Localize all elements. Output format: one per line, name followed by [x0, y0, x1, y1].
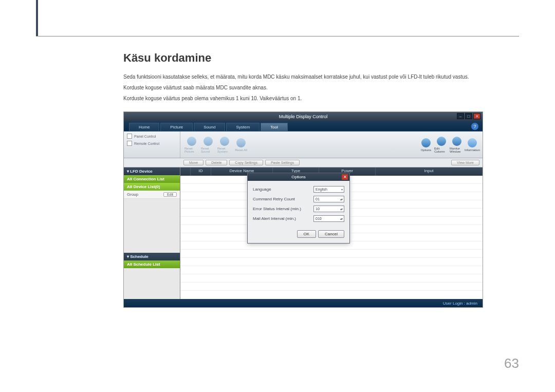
checkbox-icon[interactable] [127, 134, 132, 139]
tab-home[interactable]: Home [129, 123, 159, 131]
right-tools: Options Edit Column Monitor Window Infor… [419, 132, 483, 158]
side-margin-rule [36, 0, 38, 36]
help-icon[interactable]: ? [471, 123, 478, 130]
spinner-icon: ▴▾ [340, 197, 342, 201]
paragraph: Korduste koguse väärtust saab määrata MD… [123, 84, 519, 91]
edit-button[interactable]: Edit [163, 192, 177, 197]
window-buttons: – □ ✕ [457, 113, 480, 119]
options-icon[interactable]: Options [419, 138, 433, 152]
language-select[interactable]: English▾ [313, 186, 344, 193]
tab-system[interactable]: System [226, 123, 260, 131]
app-body: ▾ LFD Device All Connection List All Dev… [124, 167, 483, 299]
monitor-window-icon[interactable]: Monitor Window [450, 137, 464, 153]
view-more-button[interactable]: View More [451, 160, 479, 165]
cancel-button[interactable]: Cancel [318, 230, 344, 238]
schedule-header[interactable]: ▾ Schedule [124, 253, 180, 260]
paragraph: Seda funktsiooni kasutatakse selleks, et… [123, 73, 519, 81]
checkbox-icon[interactable] [127, 141, 132, 146]
dialog-buttons: OK Cancel [248, 228, 349, 243]
main-tabs: Home Picture Sound System Tool ? [124, 121, 483, 132]
paragraph: Korduste koguse väärtus peab olema vahem… [123, 95, 519, 102]
col-input: Input [376, 167, 483, 176]
remote-control-label: Remote Control [134, 142, 159, 145]
mail-interval-spinner[interactable]: 010▴▾ [313, 215, 344, 222]
dialog-titlebar: Options ✕ [248, 173, 349, 181]
mail-interval-label: Mail Alert Interval (min.) [253, 216, 296, 221]
tab-picture[interactable]: Picture [160, 123, 193, 131]
paste-settings-button[interactable]: Paste Settings [265, 160, 300, 165]
all-schedule-list[interactable]: All Schedule List [124, 260, 180, 268]
reset-picture-icon[interactable]: Reset Picture [184, 137, 199, 153]
minimize-button[interactable]: – [457, 113, 464, 119]
copy-settings-button[interactable]: Copy Settings [229, 160, 263, 165]
panel-control-box: Panel Control Remote Control [124, 132, 180, 158]
user-login-status: User Login : admin [443, 301, 477, 306]
app-title: Multiple Display Control [279, 114, 328, 119]
reset-all-icon[interactable]: Reset All [234, 138, 248, 152]
all-connection-list[interactable]: All Connection List [124, 175, 180, 183]
retry-count-label: Command Retry Count [253, 197, 295, 201]
reset-system-icon[interactable]: Reset System [217, 137, 232, 153]
tab-sound[interactable]: Sound [194, 123, 225, 131]
toolbar: Panel Control Remote Control Reset Pictu… [124, 132, 483, 158]
chevron-down-icon: ▾ [341, 188, 342, 191]
mdc-app-screenshot: Multiple Display Control – □ ✕ Home Pict… [123, 111, 483, 308]
all-device-list[interactable]: All Device List(0) [124, 183, 180, 191]
reset-tools: Reset Picture Reset Sound Reset System R… [180, 132, 419, 158]
spinner-icon: ▴▾ [340, 207, 342, 211]
col-id: ID [191, 167, 211, 176]
group-label: Group [127, 192, 138, 197]
spinner-icon: ▴▾ [340, 217, 342, 220]
group-row: Group Edit [124, 191, 180, 199]
panel-control-label: Panel Control [134, 135, 156, 138]
subtoolbar: Move Delete Copy Settings Paste Settings… [124, 158, 483, 167]
maximize-button[interactable]: □ [465, 113, 472, 119]
close-button[interactable]: ✕ [473, 113, 480, 119]
retry-count-spinner[interactable]: 01▴▾ [313, 196, 344, 202]
status-bar: User Login : admin [124, 299, 483, 307]
error-interval-spinner[interactable]: 10▴▾ [313, 206, 344, 212]
move-button[interactable]: Move [183, 160, 203, 165]
sidebar: ▾ LFD Device All Connection List All Dev… [124, 167, 180, 299]
page-number: 63 [504, 356, 519, 371]
delete-button[interactable]: Delete [206, 160, 227, 165]
options-dialog: Options ✕ Language English▾ Command Retr… [247, 173, 350, 244]
reset-sound-icon[interactable]: Reset Sound [201, 137, 215, 153]
lfd-device-header[interactable]: ▾ LFD Device [124, 167, 180, 175]
tab-tool[interactable]: Tool [261, 123, 288, 131]
top-rule [36, 36, 519, 36]
page-title: Käsu kordamine [123, 51, 519, 65]
main-panel: ID Device Name Type Power Input Options … [180, 167, 483, 299]
language-label: Language [253, 187, 271, 192]
page-content: Käsu kordamine Seda funktsiooni kasutata… [123, 51, 519, 308]
information-icon[interactable]: Information [465, 138, 479, 152]
app-titlebar: Multiple Display Control – □ ✕ [124, 112, 483, 121]
dialog-body: Language English▾ Command Retry Count 01… [248, 181, 349, 228]
dialog-title: Options [291, 175, 306, 179]
edit-column-icon[interactable]: Edit Column [434, 137, 449, 153]
dialog-close-icon[interactable]: ✕ [342, 174, 348, 180]
ok-button[interactable]: OK [297, 230, 317, 238]
error-interval-label: Error Status Interval (min.) [253, 207, 301, 211]
